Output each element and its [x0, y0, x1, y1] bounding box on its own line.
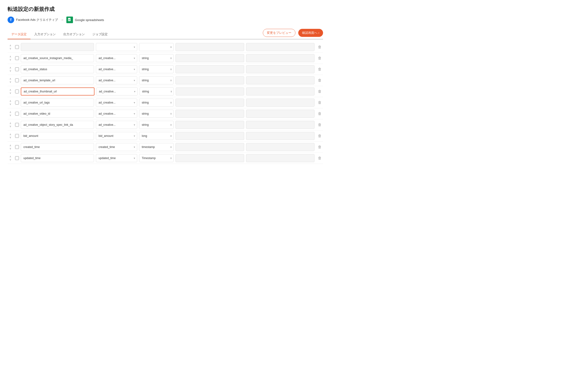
mapping-input[interactable]	[96, 55, 132, 61]
chevron-down[interactable]: ∨	[9, 158, 12, 161]
delete-button[interactable]: 🗑	[316, 155, 323, 161]
field-input[interactable]	[21, 110, 94, 118]
table-row: ∧ ∨ ▼ timestamp string long ⬍ 🗑	[8, 142, 323, 153]
row-checkbox[interactable]	[15, 123, 19, 127]
col4-input	[176, 143, 244, 151]
row-checkbox[interactable]	[15, 67, 19, 71]
chevron-up[interactable]: ∧	[9, 88, 12, 91]
tab-input[interactable]: 入力オプション	[31, 30, 60, 39]
delete-button[interactable]: 🗑	[316, 55, 323, 61]
chevron-up[interactable]: ∧	[9, 155, 12, 158]
table-row: ∧ ∨ ▼ string long timestamp ⬍ 🗑	[8, 108, 323, 119]
row-checkbox[interactable]	[15, 112, 19, 116]
row-checkbox[interactable]	[15, 78, 19, 82]
chevron-up[interactable]: ∧	[9, 122, 12, 125]
chevron-up[interactable]: ∧	[9, 133, 12, 136]
field-input[interactable]	[21, 76, 94, 84]
field-input[interactable]	[21, 43, 94, 51]
mapping-input[interactable]	[96, 121, 132, 128]
type-select[interactable]: Timestamp string long	[139, 155, 168, 161]
tab-output[interactable]: 出力オプション	[60, 30, 89, 39]
type-select[interactable]: long string timestamp	[139, 133, 168, 139]
delete-button[interactable]: 🗑	[316, 133, 323, 139]
field-input-highlighted[interactable]	[21, 88, 94, 96]
tab-data[interactable]: データ設定	[8, 30, 31, 39]
type-select[interactable]: string long timestamp	[140, 88, 169, 95]
mapping-input[interactable]	[97, 88, 132, 95]
col5-input	[246, 132, 315, 140]
mapping-dropdown: ▼	[96, 54, 137, 62]
row-controls: ∧ ∨	[8, 122, 13, 128]
delete-button[interactable]: 🗑	[316, 44, 323, 50]
type-select-arrow-icon: ⬍	[168, 135, 173, 137]
chevron-down[interactable]: ∨	[9, 91, 12, 95]
google-sheets-icon	[66, 17, 73, 23]
chevron-up[interactable]: ∧	[9, 111, 12, 114]
chevron-down[interactable]: ∨	[9, 80, 12, 83]
field-input[interactable]	[21, 143, 94, 151]
field-input[interactable]	[21, 121, 94, 129]
delete-button[interactable]: 🗑	[316, 122, 323, 128]
pipeline-dest: Google spreadsheets	[66, 17, 104, 23]
field-input[interactable]	[21, 154, 94, 162]
row-checkbox[interactable]	[15, 101, 19, 104]
mapping-input[interactable]	[96, 144, 132, 150]
col5-input	[246, 54, 315, 62]
col4-input	[176, 132, 244, 140]
chevron-down[interactable]: ∨	[9, 114, 12, 117]
chevron-down[interactable]: ∨	[9, 147, 12, 150]
chevron-up[interactable]: ∧	[9, 144, 12, 147]
field-input[interactable]	[21, 132, 94, 140]
row-checkbox[interactable]	[15, 90, 19, 93]
type-select[interactable]: string long timestamp	[139, 121, 168, 128]
chevron-down[interactable]: ∨	[9, 125, 12, 128]
mapping-input[interactable]	[96, 133, 132, 139]
type-select[interactable]: string long timestamp	[139, 66, 168, 73]
mapping-input[interactable]	[96, 66, 132, 73]
mapping-input[interactable]	[96, 77, 132, 84]
row-checkbox[interactable]	[15, 56, 19, 60]
delete-button[interactable]: 🗑	[316, 99, 323, 106]
type-select[interactable]: timestamp string long	[139, 144, 168, 150]
delete-button[interactable]: 🗑	[316, 144, 323, 150]
row-checkbox[interactable]	[15, 156, 19, 160]
type-select[interactable]: string long timestamp	[139, 77, 168, 84]
delete-button[interactable]: 🗑	[316, 88, 323, 95]
field-input[interactable]	[21, 65, 94, 73]
type-select[interactable]: string long timestamp	[139, 99, 168, 106]
field-input[interactable]	[21, 54, 94, 62]
confirm-button[interactable]: 確認画面へ ›	[298, 29, 323, 37]
chevron-up[interactable]: ∧	[9, 55, 12, 58]
chevron-up[interactable]: ∧	[9, 77, 12, 80]
row-checkbox[interactable]	[15, 134, 19, 138]
col5-input	[246, 143, 315, 151]
mapping-input[interactable]	[96, 110, 132, 117]
row-checkbox[interactable]	[15, 45, 19, 49]
chevron-up[interactable]: ∧	[9, 44, 12, 47]
mapping-input[interactable]	[96, 99, 132, 106]
tabs-bar: データ設定 入力オプション 出力オプション ジョブ設定	[8, 30, 263, 39]
type-select-arrow-icon: ⬍	[168, 146, 173, 148]
delete-button[interactable]: 🗑	[316, 111, 323, 117]
table-row: ∧ ∨ ▼ string long timestamp ⬍ 🗑	[8, 119, 323, 131]
chevron-down[interactable]: ∨	[9, 136, 12, 139]
chevron-down[interactable]: ∨	[9, 69, 12, 72]
type-select[interactable]: string long timestamp	[139, 55, 168, 61]
chevron-up[interactable]: ∧	[9, 99, 12, 103]
tab-job[interactable]: ジョブ設定	[89, 30, 111, 39]
chevron-down[interactable]: ∨	[9, 47, 12, 50]
field-input[interactable]	[21, 99, 94, 107]
type-select-wrap: string long timestamp ⬍	[139, 110, 174, 118]
preview-button[interactable]: 変更をプレビュー	[263, 29, 295, 37]
chevron-down[interactable]: ∨	[9, 103, 12, 106]
chevron-up[interactable]: ∧	[9, 66, 12, 69]
chevron-down[interactable]: ∨	[9, 58, 12, 61]
delete-button[interactable]: 🗑	[316, 77, 323, 83]
mapping-input[interactable]	[96, 155, 132, 161]
mapping-input[interactable]	[96, 44, 132, 50]
type-select[interactable]	[139, 44, 168, 50]
table-row: ∧ ∨ ▼ Timestamp string long ⬍ 🗑	[8, 153, 323, 164]
delete-button[interactable]: 🗑	[316, 66, 323, 72]
type-select[interactable]: string long timestamp	[139, 110, 168, 117]
row-checkbox[interactable]	[15, 145, 19, 149]
